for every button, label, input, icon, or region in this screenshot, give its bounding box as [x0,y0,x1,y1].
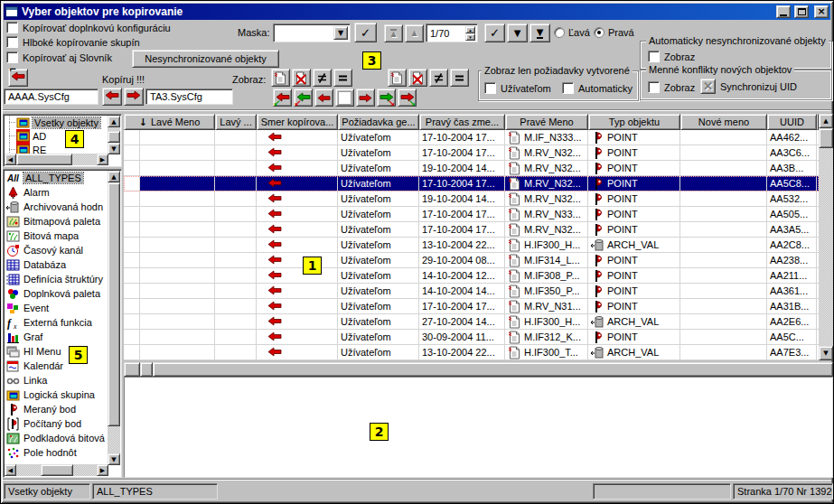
combo-dropdown-icon[interactable]: ▼ [333,26,348,40]
types-vertical-scrollbar[interactable]: ▲ ▼ [108,171,120,465]
types-horizontal-scrollbar[interactable]: ◀ ▶ [5,464,108,476]
prev-page-button[interactable]: ▲ [405,24,424,42]
column-header-9[interactable]: UUID [767,114,817,130]
scroll-left-icon[interactable]: ◀ [5,154,16,165]
type-item-extern-funkcia[interactable]: fxExterná funkcia [5,315,108,330]
type-item--asov-kan-l[interactable]: Časový kanál [5,243,108,257]
type-item-podkladov-bitov-[interactable]: Podkladová bitová [5,431,108,445]
table-row[interactable]: Užívateľom17-10-2004 17...M.RV_N32...POI… [124,222,819,238]
copy-right-button[interactable] [124,88,144,106]
page-field[interactable]: 1/70 ▴ ▾ [426,23,478,42]
checkbox-box[interactable] [648,51,660,62]
type-item-datab-za[interactable]: Databáza [5,257,108,272]
source-object-field[interactable]: AAAA.SysCfg [4,89,98,105]
type-item-bitmapov-paleta[interactable]: Bitmapová paleta [5,214,108,229]
checkbox-name-conflicts-show[interactable]: Zobraz [648,81,695,93]
radio-circle[interactable] [594,27,604,38]
checkbox-box[interactable] [6,36,18,48]
arrow-right-red-green-button[interactable]: ↘ [398,89,417,107]
column-header-4[interactable]: Požiadavka ge... [338,114,419,130]
checkbox-box[interactable] [562,82,574,94]
checkbox-copy-extra-config[interactable]: Kopírovať doplnkovú konfiguráciu [6,22,171,33]
checkbox-auto-unsync-show[interactable]: Zobraz [648,51,695,62]
table-row[interactable]: Užívateľom29-10-2004 08...M.IF314_L...PO… [124,253,819,268]
column-header-8[interactable]: Nové meno [680,114,767,130]
last-page-button[interactable]: ▼ [529,23,550,42]
tree-item-ad[interactable]: AD [5,129,108,143]
type-item-logick-skupina[interactable]: Logická skupina [5,387,108,402]
scroll-down-icon[interactable]: ▼ [108,453,120,465]
column-header-7[interactable]: Typ objektu [588,114,680,130]
checkbox-box[interactable] [6,51,18,63]
scroll-up-icon[interactable]: ▲ [819,114,833,128]
scroll-left-icon[interactable]: ◀ [5,464,16,476]
checkbox-by-user[interactable]: Užívateľom [484,82,551,94]
checkbox-box[interactable] [484,82,496,94]
scrollbar-thumb[interactable] [819,128,833,148]
conflicts-panel[interactable] [124,377,833,478]
column-header-3[interactable]: Smer kopírova... [257,114,338,130]
maximize-button[interactable] [794,5,809,18]
minimize-button[interactable] [776,5,791,18]
column-header-6[interactable]: Pravé Meno [505,114,588,130]
type-item-doplnkov-paleta[interactable]: Doplnková paleta [5,286,108,301]
close-button[interactable]: × [814,5,829,18]
column-header-1[interactable]: ↓Lavé Meno [124,114,215,130]
checkbox-box[interactable] [6,22,18,33]
checkbox-box[interactable] [648,81,660,93]
sync-uid-x-button[interactable]: ✕ [700,79,716,94]
titlebar[interactable]: Vyber objektov pre kopirovanie × [4,4,830,20]
type-item-linka[interactable]: Linka [5,373,108,387]
table-row[interactable]: Užívateľom13-10-2004 22...H.IF300_H...AR… [124,238,819,253]
type-item-graf[interactable]: Graf [5,330,108,344]
arrow-right-red-button[interactable] [356,89,375,107]
scroll-right-icon[interactable]: ▶ [97,154,108,165]
checkbox-by-automatic[interactable]: Automaticky [562,82,633,94]
table-row[interactable]: Užívateľom14-10-2004 14...M.IF350_P...PO… [124,284,819,299]
scroll-right-icon[interactable]: ▶ [97,464,108,476]
type-item-alarm[interactable]: Alarm [5,185,108,200]
table-row[interactable]: Užívateľom13-10-2004 22...H.IF300_T...AR… [124,345,819,360]
type-item-event[interactable]: Event [5,301,108,315]
type-item-archivovan-hodn[interactable]: Archivovaná hodn [5,200,108,214]
tree-horizontal-scrollbar[interactable]: ◀ ▶ [5,154,108,165]
table-row[interactable]: Užívateľom27-10-2004 14...H.IF300_H...AR… [124,314,819,330]
page-apply-button[interactable]: ✓ [484,23,505,42]
table-row[interactable]: Užívateľom17-10-2004 17...M.IF_N333...PO… [124,130,819,145]
scroll-down-icon[interactable]: ▼ [819,346,833,360]
type-item-pole-hodn-t[interactable]: Pole hodnôt [5,445,108,460]
scroll-up-icon[interactable]: ▲ [108,116,120,127]
requests-table[interactable]: Užívateľom17-10-2004 17...M.IF_N333...PO… [124,130,819,360]
unsynchronized-objects-button[interactable]: Nesynchronizované objekty [132,50,279,68]
table-vertical-scrollbar[interactable]: ▲ ▼ [819,114,833,360]
arrow-right-green-red-button[interactable]: ↘ [377,89,396,107]
copy-left-button[interactable] [102,88,122,106]
spin-down-icon[interactable]: ▾ [465,33,475,41]
doc-arrow-button[interactable] [388,69,407,87]
type-item-defin-cia-trukt-ry[interactable]: Definícia štruktúry [5,272,108,286]
eq-button[interactable] [450,69,469,87]
scroll-down-icon[interactable]: ▼ [108,143,120,154]
mask-apply-button[interactable]: ✓ [354,23,377,42]
eq-button[interactable] [333,69,352,87]
table-row[interactable]: Užívateľom19-10-2004 14...M.RV_N32...POI… [124,191,819,207]
table-header[interactable]: ↓Lavé MenoLavý ...Smer kopírova...Požiad… [124,114,819,130]
type-item-po-tan-bod[interactable]: Počítaný bod [5,416,108,431]
arrow-left-red-green-button[interactable]: ↙ [273,89,292,107]
object-type-list[interactable]: AllALL_TYPESAlarmArchivovaná hodnBitmapo… [5,171,108,465]
type-item-bitov-mapa[interactable]: Bitová mapa [5,229,108,243]
column-header-2[interactable]: Lavý ... [215,114,257,130]
table-row[interactable]: Užívateľom17-10-2004 17...M.RV_N32...POI… [124,145,819,161]
arrow-left-red-button[interactable] [314,89,333,107]
arrow-left-green-red-button[interactable]: ↙ [294,89,313,107]
doc-arrow-button[interactable] [271,69,290,87]
group-tree[interactable]: Vsetky objektyADRE [5,116,108,154]
first-page-button[interactable]: ▲ [384,24,403,42]
tree-item-vsetky-objekty[interactable]: Vsetky objekty [5,116,108,129]
next-page-button[interactable]: ▼ [507,23,528,42]
page-spinner[interactable]: ▴ ▾ [465,26,475,40]
radio-circle[interactable] [554,27,565,38]
table-row[interactable]: Užívateľom30-09-2004 11...M.IF312_K...PO… [124,330,819,345]
neq-button[interactable] [429,69,448,87]
table-row[interactable]: Užívateľom19-10-2004 14...M.RV_N32...POI… [124,161,819,176]
